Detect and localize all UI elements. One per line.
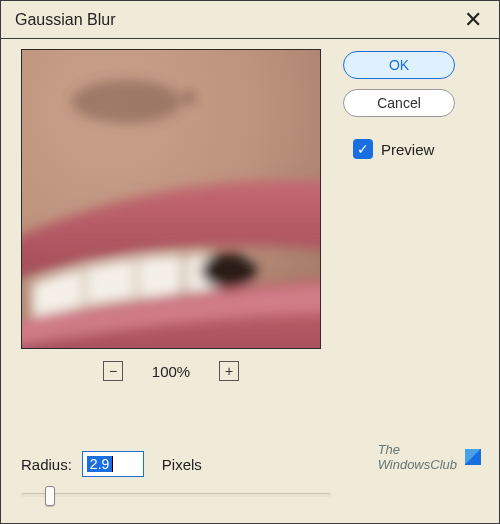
radius-label: Radius: xyxy=(21,456,72,473)
zoom-in-button[interactable]: + xyxy=(219,361,239,381)
svg-rect-2 xyxy=(82,261,88,305)
radius-input[interactable]: 2.9 xyxy=(82,451,144,477)
svg-point-1 xyxy=(72,80,181,124)
svg-rect-3 xyxy=(133,254,139,298)
text-cursor-icon xyxy=(112,456,113,472)
radius-slider[interactable] xyxy=(21,493,331,497)
radius-value: 2.9 xyxy=(87,456,112,472)
watermark: The WindowsClub xyxy=(378,442,481,473)
watermark-logo-icon xyxy=(465,449,481,465)
svg-point-6 xyxy=(185,94,193,102)
zoom-out-button[interactable]: − xyxy=(103,361,123,381)
dialog-title: Gaussian Blur xyxy=(15,11,116,29)
watermark-line1: The xyxy=(378,442,457,458)
side-panel: OK Cancel ✓ Preview xyxy=(343,49,455,381)
slider-thumb-icon[interactable] xyxy=(45,486,55,506)
checkbox-icon[interactable]: ✓ xyxy=(353,139,373,159)
titlebar: Gaussian Blur ✕ xyxy=(1,1,499,39)
zoom-level: 100% xyxy=(147,363,195,380)
radius-unit: Pixels xyxy=(162,456,202,473)
preview-image xyxy=(22,50,320,348)
ok-button[interactable]: OK xyxy=(343,51,455,79)
svg-rect-4 xyxy=(181,255,187,297)
cancel-button[interactable]: Cancel xyxy=(343,89,455,117)
preview-checkbox-label: Preview xyxy=(381,141,434,158)
svg-point-5 xyxy=(201,253,257,289)
content-area: − 100% + OK Cancel ✓ Preview xyxy=(1,39,499,391)
watermark-line2: WindowsClub xyxy=(378,457,457,473)
preview-column: − 100% + xyxy=(21,49,321,381)
zoom-controls: − 100% + xyxy=(103,361,239,381)
close-icon[interactable]: ✕ xyxy=(457,4,489,36)
preview-frame[interactable] xyxy=(21,49,321,349)
preview-checkbox-row[interactable]: ✓ Preview xyxy=(353,139,455,159)
